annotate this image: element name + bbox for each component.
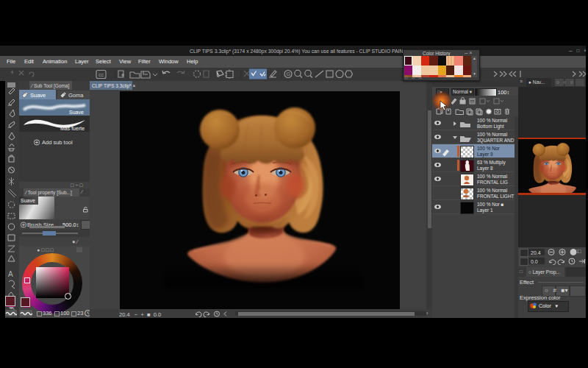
svg-text:Suave: Suave	[69, 110, 84, 115]
svg-text:A: A	[8, 270, 13, 278]
svg-text:Más fuerte: Más fuerte	[60, 126, 85, 131]
svg-text:G: G	[287, 71, 290, 77]
svg-text:cc: cc	[98, 72, 104, 77]
